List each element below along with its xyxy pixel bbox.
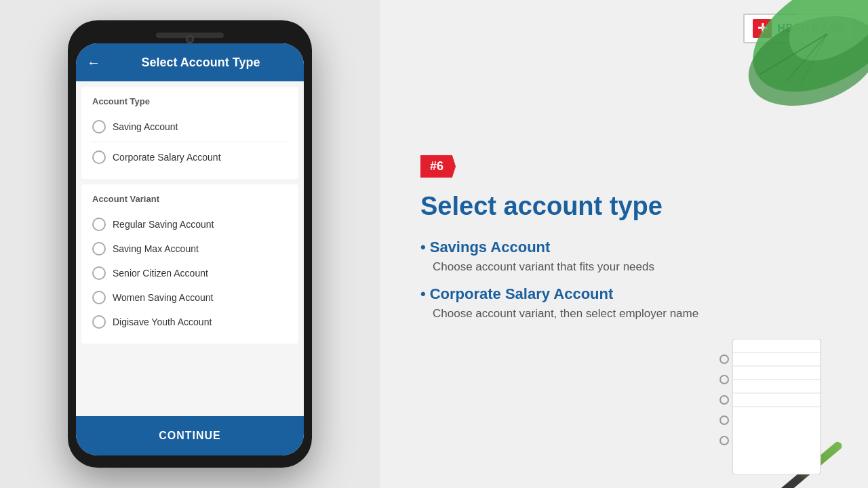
radio-saving-circle <box>92 120 106 134</box>
radio-women-circle <box>92 291 106 304</box>
phone-camera <box>186 35 194 43</box>
app-header: ← Select Account Type <box>76 43 304 81</box>
bullet-corporate-text: Corporate Salary Account <box>430 285 614 303</box>
phone-screen: ← Select Account Type Account Type Savin… <box>76 43 304 455</box>
right-panel: ✛ HDFC BANK #6 Select account type • Sav… <box>380 0 868 488</box>
svg-point-15 <box>720 416 728 424</box>
screen-content: Account Type Saving Account Corporate Sa… <box>76 81 304 416</box>
radio-regular-label: Regular Saving Account <box>113 219 214 230</box>
badge-number: #6 <box>420 155 456 178</box>
radio-senior-citizen[interactable]: Senior Citizen Account <box>92 261 288 285</box>
account-variant-section: Account Variant Regular Saving Account S… <box>81 184 298 344</box>
account-type-section: Account Type Saving Account Corporate Sa… <box>81 87 298 179</box>
radio-corporate-account[interactable]: Corporate Salary Account <box>92 145 288 169</box>
svg-point-14 <box>720 396 728 404</box>
account-type-label: Account Type <box>92 96 288 106</box>
radio-women-saving[interactable]: Women Saving Account <box>92 285 288 310</box>
phone-frame: ← Select Account Type Account Type Savin… <box>68 20 312 468</box>
radio-saving-max-label: Saving Max Account <box>113 243 199 254</box>
radio-saving-max[interactable]: Saving Max Account <box>92 237 288 261</box>
radio-saving-max-circle <box>92 242 106 256</box>
bullet-corporate-desc: Choose account variant, then select empl… <box>433 306 827 322</box>
radio-digisave-label: Digisave Youth Account <box>113 317 212 327</box>
radio-women-label: Women Saving Account <box>113 292 213 303</box>
radio-saving-label: Saving Account <box>113 121 178 132</box>
bullet-dot-2: • <box>420 285 426 303</box>
svg-rect-6 <box>732 339 821 474</box>
continue-button[interactable]: CONTINUE <box>76 416 304 455</box>
screen-title: Select Account Type <box>108 56 293 70</box>
bullet-savings-heading: • Savings Account <box>420 239 827 256</box>
hdfc-icon: ✛ <box>753 19 772 38</box>
pen-decoration <box>734 440 844 488</box>
bullet-savings-account: • Savings Account Choose account variant… <box>420 239 827 275</box>
bullet-corporate-account: • Corporate Salary Account Choose accoun… <box>420 285 827 322</box>
divider-1 <box>92 142 288 142</box>
bullet-savings-desc: Choose account variant that fits your ne… <box>433 259 827 275</box>
bullet-savings-text: Savings Account <box>430 239 551 256</box>
left-panel: ← Select Account Type Account Type Savin… <box>0 0 380 488</box>
radio-regular-circle <box>92 218 106 231</box>
radio-senior-label: Senior Citizen Account <box>113 268 208 279</box>
radio-corporate-label: Corporate Salary Account <box>113 152 221 163</box>
radio-digisave-circle <box>92 315 106 329</box>
hdfc-logo: ✛ HDFC BANK <box>743 14 854 43</box>
radio-saving-account[interactable]: Saving Account <box>92 115 288 139</box>
radio-regular-saving[interactable]: Regular Saving Account <box>92 212 288 237</box>
radio-corporate-circle <box>92 150 106 164</box>
account-variant-label: Account Variant <box>92 194 288 204</box>
hdfc-bank-text: HDFC BANK <box>777 22 845 35</box>
bullet-dot-1: • <box>420 239 426 256</box>
svg-point-13 <box>720 375 728 384</box>
bullet-corporate-heading: • Corporate Salary Account <box>420 285 827 303</box>
notebook-decoration <box>719 339 827 474</box>
hdfc-cross-symbol: ✛ <box>757 22 768 35</box>
right-title: Select account type <box>420 191 827 222</box>
radio-senior-circle <box>92 266 106 280</box>
back-button[interactable]: ← <box>87 55 100 70</box>
svg-point-16 <box>720 436 728 445</box>
svg-point-12 <box>720 355 728 363</box>
step-badge: #6 <box>420 155 827 178</box>
radio-digisave-youth[interactable]: Digisave Youth Account <box>92 310 288 334</box>
